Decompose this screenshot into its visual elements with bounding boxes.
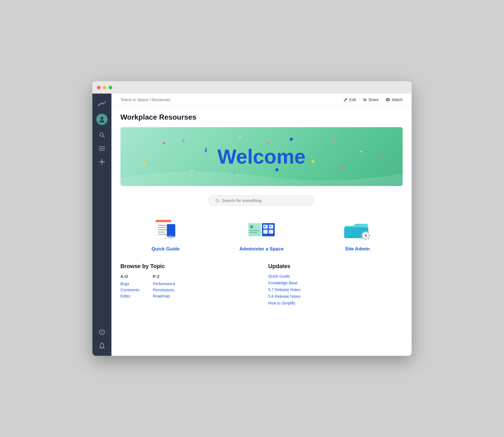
quick-guide-icon bbox=[150, 217, 181, 242]
bottom-section: Browse by Topic A-O Bugs Comments Editor… bbox=[120, 263, 403, 308]
svg-rect-21 bbox=[158, 229, 168, 230]
svg-point-25 bbox=[164, 236, 176, 239]
browse-link-editor[interactable]: Editor bbox=[120, 294, 139, 298]
confetti bbox=[332, 139, 335, 141]
confetti bbox=[360, 150, 362, 153]
svg-rect-34 bbox=[269, 230, 273, 234]
confluence-logo[interactable] bbox=[96, 98, 108, 109]
svg-rect-26 bbox=[248, 223, 261, 236]
topbar-actions: Edit Share Watch bbox=[344, 97, 403, 102]
svg-point-39 bbox=[364, 234, 367, 237]
notifications-nav-icon[interactable] bbox=[96, 340, 108, 351]
cards-row: Quick Guide bbox=[120, 217, 403, 252]
share-icon bbox=[363, 98, 367, 102]
minimize-button[interactable] bbox=[103, 86, 106, 89]
svg-text:?: ? bbox=[101, 331, 103, 334]
browse-link-roadmap[interactable]: Roadmap bbox=[153, 294, 175, 298]
add-nav-icon[interactable] bbox=[96, 156, 108, 168]
svg-rect-23 bbox=[158, 234, 167, 235]
quick-guide-label: Quick Guide bbox=[151, 246, 179, 252]
svg-rect-33 bbox=[263, 230, 268, 234]
sidebar: ? bbox=[92, 94, 111, 356]
menu-nav-icon[interactable] bbox=[96, 143, 108, 154]
update-knowledge-base[interactable]: Knowledge Base bbox=[268, 281, 403, 285]
site-admin-icon bbox=[342, 217, 373, 242]
maximize-button[interactable] bbox=[109, 86, 112, 89]
svg-point-36 bbox=[270, 226, 271, 227]
welcome-banner: Welcome bbox=[120, 127, 403, 186]
svg-rect-17 bbox=[156, 220, 171, 222]
app-window: ? Teams in Space / Resources bbox=[92, 81, 412, 356]
site-admin-card[interactable]: Site Admin bbox=[312, 217, 403, 252]
banner-wave bbox=[120, 166, 403, 186]
confetti bbox=[162, 141, 165, 145]
confetti bbox=[267, 141, 269, 144]
confetti bbox=[239, 136, 242, 139]
browse-link-comments[interactable]: Comments bbox=[120, 288, 139, 292]
administer-space-label: Administer a Space bbox=[239, 246, 284, 252]
breadcrumb: Teams in Space / Resources bbox=[120, 97, 170, 102]
search-box[interactable] bbox=[208, 195, 315, 206]
confetti bbox=[143, 162, 146, 165]
browse-title: Browse by Topic bbox=[120, 263, 255, 269]
update-quick-guide[interactable]: Quick Guide bbox=[268, 274, 403, 278]
updates-section: Updates Quick Guide Knowledge Base 5.7 R… bbox=[268, 263, 403, 308]
watch-icon bbox=[386, 98, 390, 102]
update-56-release[interactable]: 5.6 Release Notes bbox=[268, 294, 403, 299]
svg-point-27 bbox=[250, 225, 253, 228]
search-input[interactable] bbox=[222, 198, 308, 203]
update-simplify[interactable]: How to Simplify bbox=[268, 301, 403, 305]
welcome-text: Welcome bbox=[218, 145, 306, 168]
svg-rect-42 bbox=[361, 235, 363, 236]
browse-link-permissions[interactable]: Permissions bbox=[153, 288, 175, 292]
search-nav-icon[interactable] bbox=[96, 129, 108, 141]
search-container bbox=[120, 195, 403, 206]
svg-rect-43 bbox=[369, 235, 370, 236]
site-admin-label: Site Admin bbox=[345, 246, 370, 252]
svg-rect-32 bbox=[269, 225, 273, 229]
share-button[interactable]: Share bbox=[363, 97, 379, 102]
confetti bbox=[311, 159, 315, 163]
close-button[interactable] bbox=[97, 86, 101, 89]
svg-rect-31 bbox=[263, 225, 268, 229]
svg-point-35 bbox=[264, 226, 265, 227]
svg-line-12 bbox=[346, 99, 347, 99]
browse-columns: A-O Bugs Comments Editor P-Z Performance… bbox=[120, 274, 255, 300]
confetti bbox=[380, 156, 382, 159]
svg-rect-22 bbox=[158, 232, 165, 233]
confetti bbox=[205, 148, 207, 152]
watch-button[interactable]: Watch bbox=[386, 97, 403, 102]
svg-point-14 bbox=[387, 99, 388, 100]
update-57-release[interactable]: 5.7 Release Notes bbox=[268, 287, 403, 292]
col-pz-heading: P-Z bbox=[153, 274, 175, 279]
titlebar bbox=[92, 81, 412, 94]
topbar: Teams in Space / Resources Edit Share bbox=[111, 94, 412, 106]
svg-rect-28 bbox=[249, 230, 259, 231]
quick-guide-card[interactable]: Quick Guide bbox=[120, 217, 211, 252]
help-nav-icon[interactable]: ? bbox=[96, 327, 108, 338]
svg-rect-29 bbox=[249, 232, 257, 233]
svg-rect-24 bbox=[167, 224, 175, 237]
administer-space-card[interactable]: Administer a Space bbox=[216, 217, 307, 252]
page-title: Workplace Resourses bbox=[120, 113, 403, 122]
search-box-icon bbox=[215, 198, 220, 203]
svg-point-2 bbox=[101, 117, 103, 120]
updates-title: Updates bbox=[268, 263, 403, 269]
browse-col-pz: P-Z Performance Permissions Roadmap bbox=[153, 274, 175, 300]
svg-line-16 bbox=[218, 201, 219, 202]
edit-button[interactable]: Edit bbox=[344, 97, 356, 102]
svg-rect-20 bbox=[158, 227, 166, 228]
browse-link-performance[interactable]: Performance bbox=[153, 282, 175, 286]
confetti bbox=[289, 137, 293, 141]
col-ao-heading: A-O bbox=[120, 274, 139, 279]
browse-link-bugs[interactable]: Bugs bbox=[120, 282, 139, 286]
browse-section: Browse by Topic A-O Bugs Comments Editor… bbox=[120, 263, 255, 308]
edit-icon bbox=[344, 98, 347, 102]
user-avatar[interactable] bbox=[96, 114, 108, 125]
administer-space-icon bbox=[246, 217, 277, 242]
browse-col-ao: A-O Bugs Comments Editor bbox=[120, 274, 139, 300]
svg-line-4 bbox=[103, 136, 104, 138]
page-body: Workplace Resourses bbox=[111, 106, 412, 356]
svg-rect-40 bbox=[365, 231, 366, 233]
svg-rect-41 bbox=[365, 239, 366, 240]
